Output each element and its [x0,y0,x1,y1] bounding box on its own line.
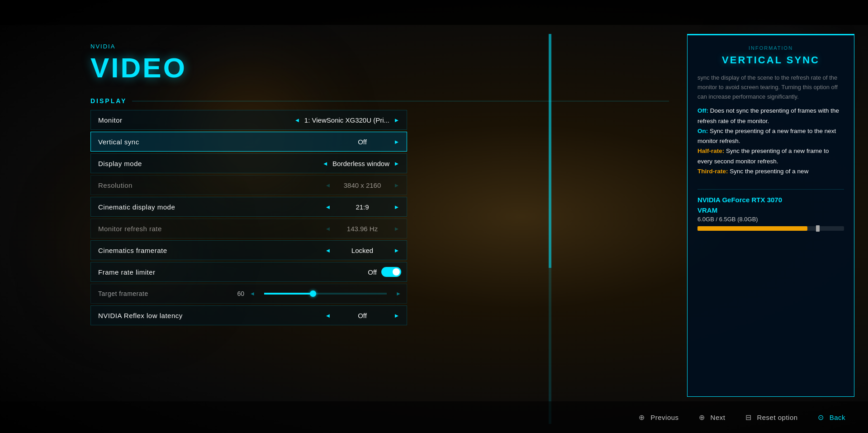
scroll-indicator [549,34,551,424]
setting-row-monitor-refresh-rate: Monitor refresh rate ◄ 143.96 Hz ► [90,219,407,238]
setting-label-nvidia-reflex: NVIDIA Reflex low latency [91,312,323,319]
next-button[interactable]: ⊕ Next [697,412,726,422]
tooltip-on-label: On: [697,128,708,134]
vram-label: VRAM [697,206,844,214]
back-button[interactable]: ⊙ Back [816,412,845,422]
back-label: Back [830,414,845,421]
setting-value-display-mode: Borderless window [332,160,389,167]
setting-value-monitor-refresh-rate: 143.96 Hz [335,225,389,233]
slider-fill [264,293,313,295]
back-icon: ⊙ [816,412,826,422]
setting-label-monitor-refresh-rate: Monitor refresh rate [91,225,323,233]
arrow-left-monitor[interactable]: ◄ [293,117,302,124]
arrow-left-cinematics-framerate[interactable]: ◄ [323,247,332,254]
vram-bar-track [697,226,844,231]
tooltip-cut-text: sync the display of the scene to the ref… [697,73,844,176]
vram-bar-fill [697,226,807,231]
toggle-frame-rate-limiter[interactable] [381,267,401,277]
tooltip-title: VERTICAL SYNC [697,54,844,66]
reset-label: Reset option [757,414,797,421]
gpu-name: NVIDIA GeForce RTX 3070 [697,196,844,204]
setting-label-display-mode: Display mode [91,160,321,167]
arrow-left-nvidia-reflex[interactable]: ◄ [323,312,332,319]
tooltip-section-label: INFORMATION [697,45,844,51]
setting-value-cinematic-display-mode: 21:9 [335,203,389,211]
top-bar [0,0,868,25]
setting-label-vertical-sync: Vertical sync [91,138,335,146]
toggle-container-frame-rate-limiter: Off [368,267,401,277]
vram-bar-marker [816,225,820,232]
gpu-section: NVIDIA GeForce RTX 3070 VRAM 6.0GB / 6.5… [697,189,844,231]
bottom-nav: ⊕ Previous ⊕ Next ⊟ Reset option ⊙ Back [0,401,868,433]
setting-row-cinematics-framerate[interactable]: Cinematics framerate ◄ Locked ► [90,240,407,260]
arrow-left-monitor-refresh-rate: ◄ [323,225,332,232]
tooltip-panel: INFORMATION VERTICAL SYNC sync the displ… [687,34,854,397]
previous-label: Previous [650,414,678,421]
settings-list: Monitor ◄ 1: ViewSonic XG320U (Pri... ► … [90,110,407,325]
setting-value-area-nvidia-reflex: ◄ Off ► [323,312,407,319]
setting-value-area-vertical-sync: Off ► [335,138,407,146]
arrow-left-resolution: ◄ [323,182,332,189]
arrow-right-monitor[interactable]: ► [392,117,401,124]
section-label: DISPLAY [90,97,669,105]
setting-value-area-cinematic-display-mode: ◄ 21:9 ► [323,203,407,211]
toggle-label-frame-rate-limiter: Off [368,268,377,276]
reset-option-button[interactable]: ⊟ Reset option [743,412,797,422]
arrow-right-vertical-sync[interactable]: ► [392,138,401,145]
arrow-right-cinematic-display-mode[interactable]: ► [392,204,401,210]
page-title: VIDEO [90,52,669,84]
setting-row-cinematic-display-mode[interactable]: Cinematic display mode ◄ 21:9 ► [90,197,407,217]
tooltip-on-text: Sync the presenting of a new frame to th… [697,128,836,144]
setting-value-vertical-sync: Off [335,138,389,146]
setting-row-vertical-sync[interactable]: Vertical sync Off ► [90,132,407,152]
setting-label-resolution: Resolution [91,181,323,189]
previous-button[interactable]: ⊕ Previous [637,412,678,422]
menu-label: NVIDIA [90,43,669,50]
setting-label-frame-rate-limiter: Frame rate limiter [91,268,368,276]
setting-value-cinematics-framerate: Locked [335,247,389,254]
vram-value: 6.0GB / 6.5GB (8.0GB) [697,216,844,223]
tooltip-thirdrate-text: Sync the presenting of a new [730,168,808,175]
arrow-right-display-mode[interactable]: ► [392,160,401,167]
arrow-left-cinematic-display-mode[interactable]: ◄ [323,204,332,210]
setting-value-area-display-mode: ◄ Borderless window ► [321,160,407,167]
slider-track[interactable] [264,293,387,295]
setting-value-area-resolution: ◄ 3840 x 2160 ► [323,181,407,189]
arrow-right-nvidia-reflex[interactable]: ► [392,312,401,319]
setting-value-area-cinematics-framerate: ◄ Locked ► [323,247,407,254]
arrow-right-cinematics-framerate[interactable]: ► [392,247,401,254]
slider-arrow-left[interactable]: ◄ [250,290,255,297]
slider-label-target-framerate: Target framerate [96,290,221,297]
setting-value-monitor: 1: ViewSonic XG320U (Pri... [304,116,389,124]
slider-arrow-right[interactable]: ► [396,290,401,297]
reset-icon: ⊟ [743,412,753,422]
previous-icon: ⊕ [637,412,647,422]
tooltip-highlight: Off: Does not sync the presenting of fra… [697,106,844,176]
setting-value-area-monitor-refresh-rate: ◄ 143.96 Hz ► [323,225,407,233]
tooltip-off-label: Off: [697,107,708,114]
scroll-thumb[interactable] [549,34,551,268]
slider-value-target-framerate: 60 [226,290,244,297]
next-label: Next [711,414,726,421]
setting-row-monitor[interactable]: Monitor ◄ 1: ViewSonic XG320U (Pri... ► [90,110,407,130]
setting-label-cinematics-framerate: Cinematics framerate [91,247,323,254]
setting-label-cinematic-display-mode: Cinematic display mode [91,203,323,211]
setting-row-resolution: Resolution ◄ 3840 x 2160 ► [90,175,407,195]
slider-row-target-framerate: Target framerate 60 ◄ ► [90,284,407,304]
slider-thumb [310,290,316,297]
setting-value-area-frame-rate-limiter: Off [368,267,407,277]
tooltip-cut-top: sync the display of the scene to the ref… [697,73,844,101]
main-content: NVIDIA VIDEO DISPLAY Monitor ◄ 1: ViewSo… [0,25,868,433]
tooltip-halfrate-label: Half-rate: [697,148,724,154]
arrow-left-display-mode[interactable]: ◄ [321,160,330,167]
setting-value-nvidia-reflex: Off [335,312,389,319]
setting-value-resolution: 3840 x 2160 [335,181,389,189]
setting-row-display-mode[interactable]: Display mode ◄ Borderless window ► [90,153,407,173]
left-panel: NVIDIA VIDEO DISPLAY Monitor ◄ 1: ViewSo… [0,25,687,433]
setting-row-nvidia-reflex[interactable]: NVIDIA Reflex low latency ◄ Off ► [90,305,407,325]
setting-row-frame-rate-limiter[interactable]: Frame rate limiter Off [90,262,407,282]
arrow-right-resolution: ► [392,182,401,189]
next-icon: ⊕ [697,412,707,422]
tooltip-thirdrate-label: Third-rate: [697,168,728,175]
setting-label-monitor: Monitor [91,116,293,124]
